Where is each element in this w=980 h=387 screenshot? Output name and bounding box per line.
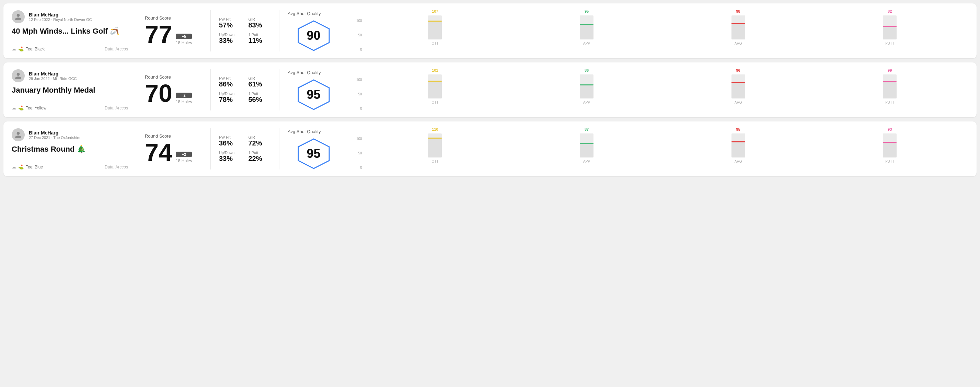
bar-wrapper [428, 75, 442, 98]
bar-line [732, 23, 745, 24]
fw-hit-value: 36% [219, 139, 242, 147]
bar-value-label: 110 [432, 127, 438, 132]
fw-hit-label: FW Hit [219, 135, 242, 139]
bar-fill [580, 144, 593, 157]
score-badge: -2 [176, 93, 192, 98]
score-details: +5 18 Holes [176, 33, 192, 45]
stats-section: FW Hit 36% GIR 72% Up/Down 33% 1 Putt 22… [211, 128, 279, 170]
gir-label: GIR [248, 135, 271, 139]
y-label: 0 [356, 107, 362, 111]
score-label: Round Score [145, 75, 201, 79]
bar-group-arg: 96ARG [667, 68, 810, 104]
score-badge: +5 [176, 33, 192, 39]
player-info: Blair McHarg 12 Feb 2022 · Royal North D… [29, 12, 92, 22]
player-name: Blair McHarg [29, 12, 92, 17]
card-footer: ☁ ⛳ Tee: Yellow Data: Arccos [12, 105, 128, 111]
bar-line [428, 138, 442, 139]
quality-label: Avg Shot Quality [288, 11, 321, 16]
one-putt-label: 1 Putt [248, 92, 271, 96]
fw-hit-stat: FW Hit 36% [219, 135, 242, 147]
chart-area: 100500101OTT86APP96ARG99PUTT [356, 69, 961, 111]
bar-group-arg: 98ARG [667, 9, 810, 45]
gir-label: GIR [248, 17, 271, 21]
bar-line [883, 81, 897, 82]
round-card-1: Blair McHarg 12 Feb 2022 · Royal North D… [3, 3, 977, 58]
up-down-label: Up/Down [219, 92, 242, 96]
chart-y-labels: 100500 [356, 78, 362, 111]
weather-icon: ☁ [12, 105, 16, 111]
round-title: Christmas Round 🎄 [12, 145, 128, 154]
up-down-stat: Up/Down 33% [219, 151, 242, 163]
bar-fill [428, 22, 442, 40]
bar-line [580, 24, 593, 25]
bar-wrapper [883, 16, 897, 40]
gir-stat: GIR 72% [248, 135, 271, 147]
avatar [12, 128, 25, 141]
weather-icon: ☁ [12, 164, 16, 170]
score-details: -2 18 Holes [176, 93, 192, 104]
bar-value-label: 87 [585, 127, 589, 132]
bar-fill [732, 143, 745, 157]
one-putt-stat: 1 Putt 11% [248, 33, 271, 44]
fw-hit-label: FW Hit [219, 17, 242, 21]
round-title: January Monthly Medal [12, 86, 128, 95]
bar-group-putt: 82PUTT [818, 9, 961, 45]
player-header: Blair McHarg 29 Jan 2022 · Mill Ride GCC [12, 69, 128, 82]
quality-label: Avg Shot Quality [288, 129, 321, 134]
score-number: 70 [145, 81, 172, 106]
y-label: 0 [356, 48, 362, 51]
bar-group-arg: 95ARG [667, 127, 810, 163]
player-info: Blair McHarg 27 Dec 2021 · The Oxfordshi… [29, 130, 80, 140]
gir-stat: GIR 61% [248, 76, 271, 88]
gir-label: GIR [248, 76, 271, 80]
round-card-2: Blair McHarg 29 Jan 2022 · Mill Ride GCC… [3, 62, 977, 117]
player-info: Blair McHarg 29 Jan 2022 · Mill Ride GCC [29, 71, 76, 81]
bar-fill [732, 83, 745, 98]
one-putt-value: 22% [248, 155, 271, 163]
chart-y-labels: 100500 [356, 19, 362, 51]
avatar [12, 69, 25, 82]
card-left: Blair McHarg 27 Dec 2021 · The Oxfordshi… [12, 128, 135, 170]
gir-value: 72% [248, 139, 271, 147]
bar-wrapper [580, 75, 593, 98]
up-down-value: 33% [219, 155, 242, 163]
bar-fill [580, 25, 593, 40]
bar-fill [883, 82, 897, 98]
bar-wrapper [580, 133, 593, 157]
chart-y-labels: 100500 [356, 137, 362, 170]
y-label: 100 [356, 137, 362, 141]
stats-section: FW Hit 86% GIR 61% Up/Down 78% 1 Putt 56… [211, 69, 279, 111]
bar-value-label: 95 [585, 9, 589, 13]
round-card-3: Blair McHarg 27 Dec 2021 · The Oxfordshi… [3, 121, 977, 176]
score-badge: +2 [176, 152, 192, 157]
bar-line [428, 21, 442, 22]
data-source: Data: Arccos [105, 47, 128, 51]
quality-label: Avg Shot Quality [288, 70, 321, 75]
bar-fill [428, 82, 442, 98]
chart-baseline [364, 45, 961, 45]
bag-icon: ⛳ [18, 164, 24, 170]
card-left: Blair McHarg 29 Jan 2022 · Mill Ride GCC… [12, 69, 135, 111]
bar-line [883, 26, 897, 27]
bar-group-app: 95APP [515, 9, 659, 45]
stats-section: FW Hit 57% GIR 83% Up/Down 33% 1 Putt 11… [211, 10, 279, 51]
bar-wrapper [732, 133, 745, 157]
player-meta: 12 Feb 2022 · Royal North Devon GC [29, 17, 92, 22]
score-section: Round Score 77 +5 18 Holes [135, 10, 211, 51]
fw-hit-stat: FW Hit 86% [219, 76, 242, 88]
player-meta: 27 Dec 2021 · The Oxfordshire [29, 135, 80, 140]
up-down-value: 33% [219, 37, 242, 44]
round-title: 40 Mph Winds... Links Golf 🪃 [12, 27, 128, 36]
tee-label: Tee: Blue [26, 165, 43, 170]
tee-label: Tee: Black [26, 47, 45, 51]
score-main: 74 +2 18 Holes [145, 140, 201, 165]
quality-score: 95 [307, 87, 320, 102]
one-putt-label: 1 Putt [248, 151, 271, 155]
up-down-stat: Up/Down 33% [219, 33, 242, 44]
quality-section: Avg Shot Quality 95 [279, 69, 348, 111]
bar-value-label: 86 [585, 68, 589, 72]
bar-wrapper [580, 16, 593, 40]
player-header: Blair McHarg 12 Feb 2022 · Royal North D… [12, 10, 128, 23]
player-meta: 29 Jan 2022 · Mill Ride GCC [29, 76, 76, 81]
bar-group-app: 87APP [515, 127, 659, 163]
